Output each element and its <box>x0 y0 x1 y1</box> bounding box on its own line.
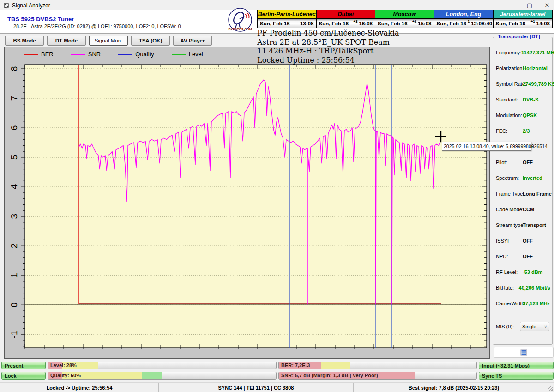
clock-time: Sun, Feb 16-112:08:40 <box>434 19 493 28</box>
meter-label: BER: 7,2E-3 <box>281 362 310 368</box>
mis-value: Single <box>522 324 536 329</box>
row-label: Standard: <box>496 97 523 103</box>
legend-item-quality: Quality <box>118 51 154 58</box>
stream-list-button[interactable] <box>494 347 554 358</box>
row-label: CarrierWidth: <box>496 301 523 307</box>
y-axis-label: 1 <box>9 273 19 278</box>
close-button[interactable]: ✕ <box>543 2 551 9</box>
y-axis-label: -1 <box>9 331 19 339</box>
panel-title: Transponder [DT] <box>496 34 542 39</box>
y-axis-label: 5 <box>9 155 19 160</box>
row-label: Pilot: <box>496 160 523 166</box>
transponder-row: Polarization: Horizontal <box>496 65 550 72</box>
row-value: OFF <box>523 238 533 244</box>
legend-swatch <box>24 54 38 55</box>
transponder-row: FEC: 2/3 <box>496 128 550 135</box>
row-label: Frame Type: <box>496 191 523 197</box>
minimize-button[interactable]: – <box>508 2 516 9</box>
meter-label: SNR: 5,7 dB (Margin: 1,3 dB | Very Poor) <box>281 373 378 378</box>
status-pill-input: Input (~32,31 Mbps) <box>479 362 554 369</box>
meter-segment <box>142 372 162 379</box>
transponder-row: Frequency: 11427,371 MHz <box>496 50 550 56</box>
status-pill-present: Present <box>1 362 46 369</box>
row-value: Horizontal <box>523 65 548 72</box>
row-value: OFF <box>523 160 533 166</box>
meter-label: Quality: 60% <box>50 373 81 378</box>
legend-item-level: Level <box>172 51 203 58</box>
y-axis-label: 4 <box>9 184 19 189</box>
legend-label: Quality <box>135 51 154 58</box>
tab-dt-mode[interactable]: DT Mode <box>47 36 86 46</box>
meter-ber: BER: 7,2E-3 <box>278 362 477 369</box>
row-label: ISSYI <box>496 238 523 244</box>
row-label: Frequency: <box>496 50 521 56</box>
clock-city: Moscow <box>375 10 434 19</box>
clock-time: Sun, Feb 16+114:08 <box>494 19 553 28</box>
device-title: TBS 5925 DVBS2 Tuner <box>7 16 74 23</box>
row-label: Polarization: <box>496 65 523 72</box>
maximize-button[interactable]: ▢ <box>526 2 533 9</box>
clock-city: Berlin-Paris-Lučenec <box>258 10 316 19</box>
meter-quality: Quality: 60% <box>48 372 277 380</box>
chart-canvas[interactable]: -1012345678 <box>5 47 490 359</box>
row-value: 37,123 MHz <box>523 301 550 307</box>
row-label: FEC: <box>496 128 523 135</box>
meter-segment <box>321 362 350 369</box>
legend-item-snr: SNR <box>71 51 101 58</box>
mis-label: MIS (0): <box>496 324 523 330</box>
transponder-row: NPD: OFF <box>496 254 550 260</box>
transponder-row: ISSYI OFF <box>496 238 550 244</box>
signal-chart[interactable]: BERSNRQualityLevel -1012345678 <box>4 47 490 359</box>
clock-3: London, Eng Sun, Feb 16-112:08:40 <box>434 10 494 28</box>
tab-bs-mode[interactable]: BS Mode <box>5 36 44 46</box>
row-value: Transport <box>523 222 546 229</box>
row-value: QPSK <box>523 113 537 119</box>
y-axis-label: 3 <box>9 214 19 219</box>
indicator-row-1: PresentLevel: 28%BER: 7,2E-3Input (~32,3… <box>0 362 554 370</box>
y-axis-label: 8 <box>9 66 19 71</box>
row-value: CCM <box>523 207 534 213</box>
row-label: Symbol Rate: <box>496 81 523 88</box>
legend-label: BER <box>41 51 54 58</box>
row-value: Long Frame <box>523 191 552 197</box>
transponder-row: Pilot: OFF <box>496 160 550 166</box>
legend-label: SNR <box>88 51 101 58</box>
satellite-dish-icon: DXSATCS.COM <box>228 8 253 33</box>
dxsatcs-logo: DXSATCS.COM <box>228 8 253 33</box>
transponder-row: RF Level: -53 dBm <box>496 269 550 276</box>
y-axis-label: 0 <box>9 303 19 308</box>
device-subtitle: 28.2E - Astra 2E/2F/2G (ID: 0282) @ LOF1… <box>13 24 181 29</box>
legend-item-ber: BER <box>24 51 54 58</box>
transponder-row: Standard: DVB-S <box>496 97 550 103</box>
chart-legend: BERSNRQualityLevel <box>24 51 203 58</box>
row-label: RF Level: <box>496 269 523 276</box>
annotation-line-2: Astra 2E at 28.5°E_UK SPOT Beam <box>257 38 451 47</box>
clock-city: London, Eng <box>434 10 493 19</box>
indicator-row-2: LockQuality: 60%SNR: 5,7 dB (Margin: 1,3… <box>0 372 554 380</box>
mis-select[interactable]: Single ∨ <box>520 322 549 331</box>
y-axis-label: 2 <box>9 244 19 249</box>
transponder-row: Frame Type: Long Frame <box>496 191 550 197</box>
svg-text:DXSATCS.COM: DXSATCS.COM <box>228 28 252 31</box>
statusbar-section-2: SYNC 144 | TEI 11751 | CC 3808 <box>159 383 354 392</box>
transponder-row: CarrierWidth: 37,123 MHz <box>496 301 550 307</box>
legend-label: Level <box>189 51 203 58</box>
meter-label: Level: 28% <box>50 362 77 368</box>
resize-grip[interactable] <box>548 386 553 391</box>
clock-0: Berlin-Paris-Lučenec Sun, Feb 1613:08 <box>258 10 317 28</box>
title-bar: Signal Analyzer – ▢ ✕ <box>0 0 554 10</box>
tab-signal-mon-[interactable]: Signal Mon. <box>89 36 128 46</box>
row-value: 27499,789 KS/s <box>523 81 554 88</box>
mode-tabs: BS ModeDT ModeSignal Mon.TSA (OK)AV Play… <box>5 36 212 46</box>
tab-av-player[interactable]: AV Player <box>173 36 212 46</box>
transponder-row: Stream type: Transport <box>496 222 550 229</box>
list-icon <box>520 349 527 356</box>
statusbar-section-1: Locked -> Uptime: 25:56:54 <box>0 383 159 392</box>
world-clocks: Berlin-Paris-Lučenec Sun, Feb 1613:08Dub… <box>257 10 553 28</box>
row-value: OFF <box>523 254 533 260</box>
chevron-down-icon: ∨ <box>544 324 547 329</box>
tab-tsa-ok-[interactable]: TSA (OK) <box>131 36 170 46</box>
row-label: Modulation: <box>496 113 523 119</box>
clock-time: Sun, Feb 16+316:08 <box>317 19 375 28</box>
row-label: Stream type: <box>496 222 523 229</box>
